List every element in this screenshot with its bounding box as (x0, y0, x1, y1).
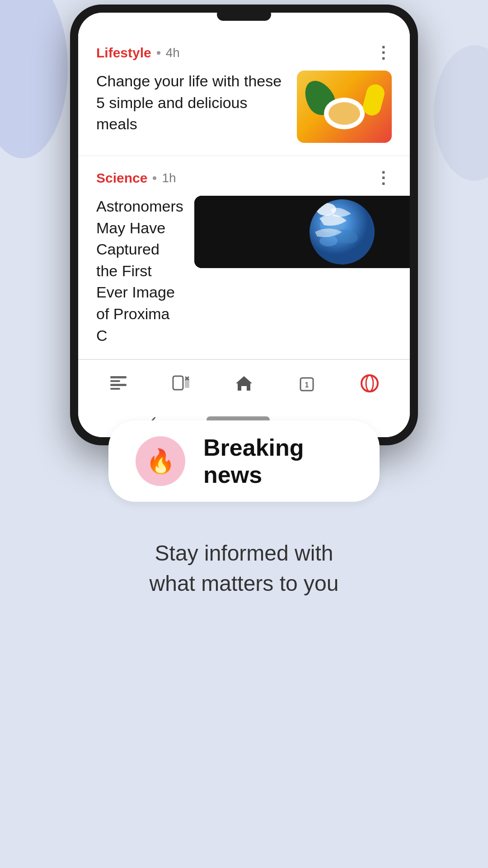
svg-rect-7 (110, 380, 120, 382)
article-body-1: Change your life with these 5 simple and… (96, 71, 392, 143)
bowl-decoration (324, 98, 365, 129)
article-time-1: 4h (166, 46, 180, 60)
phone-screen: Lifestyle 4h ⋮ Change your life with the… (78, 13, 410, 437)
article-meta-2: Science 1h ⋮ (96, 169, 392, 188)
tabs-icon: 1 (297, 373, 317, 393)
svg-rect-6 (110, 376, 127, 378)
article-meta-left-2: Science 1h (96, 170, 176, 186)
meta-dot-2 (153, 176, 156, 180)
status-bar (78, 13, 410, 31)
svg-point-16 (361, 375, 378, 392)
category-science[interactable]: Science (96, 170, 147, 186)
article-thumbnail-2 (194, 196, 410, 268)
svg-point-17 (366, 375, 373, 392)
article-card-1[interactable]: Lifestyle 4h ⋮ Change your life with the… (78, 31, 410, 156)
svg-point-4 (319, 236, 338, 246)
transfer-icon (171, 373, 191, 393)
bg-decoration-left (0, 0, 68, 158)
category-lifestyle[interactable]: Lifestyle (96, 45, 151, 61)
fire-icon-wrapper: 🔥 (136, 436, 185, 486)
breaking-news-card: 🔥 Breaking news (108, 420, 380, 502)
breaking-news-subtitle: Stay informed withwhat matters to you (150, 538, 339, 599)
svg-point-5 (316, 203, 336, 216)
phone-mockup: Lifestyle 4h ⋮ Change your life with the… (70, 0, 418, 445)
article-time-2: 1h (162, 171, 176, 185)
planet-svg (306, 196, 378, 268)
fire-icon: 🔥 (146, 448, 175, 475)
phone-frame: Lifestyle 4h ⋮ Change your life with the… (70, 5, 418, 445)
svg-rect-8 (110, 384, 127, 386)
article-thumbnail-1 (297, 71, 392, 143)
news-content: Lifestyle 4h ⋮ Change your life with the… (78, 31, 410, 359)
article-title-2[interactable]: Astronomers May Have Captured the First … (96, 196, 183, 346)
home-icon (234, 373, 254, 393)
food-image (297, 71, 392, 143)
svg-rect-9 (110, 388, 120, 390)
breaking-news-label: Breaking news (203, 434, 352, 488)
article-meta-1: Lifestyle 4h ⋮ (96, 43, 392, 62)
article-meta-left-1: Lifestyle 4h (96, 45, 180, 61)
more-options-2[interactable]: ⋮ (375, 169, 392, 188)
opera-icon (360, 373, 380, 393)
article-card-2[interactable]: Science 1h ⋮ Astronomers May Have Captur… (78, 156, 410, 359)
article-title-1[interactable]: Change your life with these 5 simple and… (96, 71, 286, 135)
meta-dot-1 (157, 51, 160, 55)
article-body-2: Astronomers May Have Captured the First … (96, 196, 392, 346)
svg-rect-10 (173, 376, 183, 390)
svg-text:1: 1 (305, 381, 309, 389)
more-options-1[interactable]: ⋮ (375, 43, 392, 62)
bg-decoration-right (434, 45, 488, 181)
news-feed-icon (108, 373, 128, 393)
bottom-section: 🔥 Breaking news Stay informed withwhat m… (0, 393, 488, 635)
camera-notch (217, 13, 271, 21)
planet-image (194, 196, 410, 268)
